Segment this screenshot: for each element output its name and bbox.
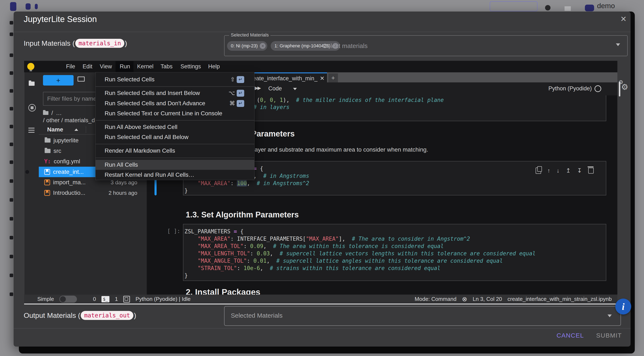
menu-item[interactable]: Run Selected Cells and Don't Advance ⌘↵: [96, 98, 254, 108]
material-chip-label: 1: Graphene (mp-1040425): [274, 43, 330, 49]
notebook-icon: [44, 180, 50, 185]
divider: [96, 120, 254, 120]
menu-view[interactable]: View: [99, 61, 113, 72]
kernel-status-icon[interactable]: [594, 85, 601, 92]
breadcrumb-ellipsis[interactable]: …: [56, 110, 62, 116]
sidebar-icon: [10, 274, 13, 277]
menu-help[interactable]: Help: [207, 61, 221, 72]
table-of-contents-icon[interactable]: [28, 126, 34, 134]
kernel-status-text[interactable]: Python (Pyodide) | Idle: [136, 296, 190, 302]
chevron-down-icon[interactable]: [608, 314, 612, 317]
menu-item[interactable]: Run Selected Cell and All Below: [96, 132, 254, 142]
sidebar-icon: [10, 107, 13, 110]
cursor-position[interactable]: Ln 3, Col 20: [473, 296, 502, 302]
files-tab-icon[interactable]: [29, 82, 34, 86]
chevron-down-icon[interactable]: [293, 88, 297, 90]
menu-item-run-all-cells[interactable]: Run All Cells: [96, 160, 254, 170]
scrollbar[interactable]: [619, 82, 620, 96]
file-modified: 3 days ago: [111, 179, 137, 186]
input-materials-label: Input Materials (materials_in): [24, 38, 127, 48]
chip-close-icon[interactable]: ✕: [260, 43, 266, 49]
sidebar-icon: [10, 54, 13, 57]
kernel-name[interactable]: Python (Pyodide): [548, 85, 592, 92]
insert-above-icon[interactable]: ↥: [566, 167, 571, 174]
delete-cell-icon[interactable]: [588, 168, 594, 174]
menu-tabs[interactable]: Tabs: [160, 61, 173, 72]
output-materials-prefix: Output Materials (: [24, 311, 80, 320]
simple-mode-toggle[interactable]: [59, 296, 77, 303]
menu-run[interactable]: Run: [119, 61, 131, 72]
new-folder-icon[interactable]: [78, 76, 85, 82]
materials-out-chip: materials_out: [81, 311, 133, 320]
avatar: [585, 4, 594, 11]
divider: [96, 144, 254, 144]
kernel-chip-icon[interactable]: [123, 296, 130, 302]
sidebar-icon: [10, 255, 13, 258]
enter-key-icon: ↵: [237, 76, 244, 83]
file-name: import_ma...: [53, 179, 86, 186]
menu-file[interactable]: File: [65, 61, 76, 72]
menu-item[interactable]: Run Selected Cells ⇧↵: [96, 74, 254, 84]
code-line: }: [184, 187, 188, 194]
markdown-heading: 1.3. Set Algorithm Parameters: [186, 210, 299, 219]
jlab-status-bar: Simple 0 $_ 1 Python (Pyodide) | Idle Mo…: [24, 294, 618, 304]
sidebar-icon: [10, 217, 13, 220]
command-icon: ⌘: [229, 98, 235, 108]
move-down-icon[interactable]: ↓: [556, 167, 560, 174]
cancel-button[interactable]: CANCEL: [554, 329, 587, 342]
new-tab-button[interactable]: +: [328, 74, 338, 82]
terminal-count[interactable]: 0: [93, 296, 96, 302]
divider: [14, 328, 630, 328]
duplicate-cell-icon[interactable]: [536, 168, 541, 174]
menu-edit[interactable]: Edit: [82, 61, 93, 72]
terminal-icon[interactable]: $_: [102, 296, 110, 302]
menu-item[interactable]: Render All Markdown Cells: [96, 146, 254, 156]
output-materials-select[interactable]: Selected Materials: [224, 306, 621, 326]
menu-item[interactable]: Restart Kernel and Run All Cells…: [96, 170, 254, 180]
code-line: "MAX_LENGTH_TOL": 0.03, # supercell latt…: [184, 250, 536, 257]
notebook-icon: [44, 169, 50, 175]
sidebar-icon: [10, 71, 13, 75]
code-line: "MAX_AREA_TOL": 0.09, # The area within …: [184, 242, 444, 250]
info-button[interactable]: i: [615, 298, 631, 314]
kernel-count[interactable]: 1: [115, 296, 118, 302]
file-row[interactable]: Introductio... 2 hours ago: [39, 188, 147, 198]
background-header-button: [490, 1, 538, 11]
output-materials-label: Output Materials (materials_out): [24, 310, 136, 320]
file-name: create_int...: [53, 168, 84, 175]
code-line: "MAX_AREA": INTERFACE_PARAMETERS["MAX_AR…: [184, 235, 470, 242]
materials-in-chip: materials_in: [75, 39, 124, 48]
move-up-icon[interactable]: ↑: [547, 167, 550, 174]
running-sessions-icon[interactable]: [28, 104, 36, 112]
home-folder-icon[interactable]: [43, 111, 48, 115]
statusbar-filename[interactable]: create_interface_with_min_strain_zsl.ipy…: [508, 296, 612, 302]
sidebar-icon: [10, 236, 13, 240]
notebook-tab[interactable]: create_interface_with_min_ ✕: [243, 72, 327, 84]
cell-type-dropdown[interactable]: Code: [268, 85, 282, 92]
trust-shield-icon[interactable]: ⊗: [462, 296, 467, 303]
breadcrumb-root[interactable]: /: [51, 110, 53, 116]
close-icon[interactable]: ✕: [618, 14, 628, 24]
gear-icon[interactable]: ⚙: [621, 82, 628, 92]
sidebar-icon: [10, 89, 13, 93]
menu-item[interactable]: Run Selected Text or Current Line in Con…: [96, 108, 254, 118]
insert-below-icon[interactable]: ↧: [577, 167, 582, 174]
code-line: "MAX_AREA": 100, # in Angstroms^2: [184, 180, 309, 187]
breadcrumb[interactable]: / …: [43, 110, 62, 116]
menu-item[interactable]: Run All Above Selected Cell: [96, 122, 254, 132]
jupyterlite-logo-icon: [30, 70, 32, 71]
shift-icon: ⇧: [230, 74, 235, 84]
run-all-icon[interactable]: ▶▶: [255, 85, 260, 91]
menu-settings[interactable]: Settings: [180, 61, 202, 72]
mode-indicator[interactable]: Mode: Command: [415, 296, 456, 302]
divider: [96, 158, 254, 158]
menu-item[interactable]: Run Selected Cells and Insert Below ⌥↵: [96, 88, 254, 98]
tab-close-icon[interactable]: ✕: [315, 75, 324, 82]
name-column-header[interactable]: Name: [47, 126, 63, 133]
submit-button[interactable]: SUBMIT: [593, 329, 625, 342]
chevron-down-icon[interactable]: [616, 44, 620, 46]
new-launcher-button[interactable]: +: [43, 75, 74, 86]
menu-kernel[interactable]: Kernel: [136, 61, 154, 72]
code-line: "STRAIN_TOL": 10e-6, # strains within th…: [184, 264, 440, 272]
material-chip[interactable]: 0: Ni (mp-23) ✕: [227, 41, 267, 51]
